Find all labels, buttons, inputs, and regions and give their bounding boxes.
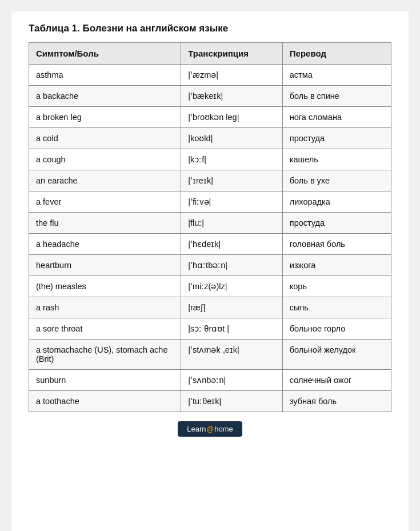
table-header-row: Симптом/Боль Транскрипция Перевод — [29, 43, 391, 65]
table-row: (the) measles|ˈmiːz(ə)lz|корь — [29, 276, 391, 297]
cell-symptom: a headache — [29, 234, 181, 255]
cell-symptom: sunburn — [29, 370, 181, 391]
table-row: a toothache|ˈtuːθeɪk|зубная боль — [29, 391, 391, 412]
cell-transcription: |kɔːf| — [181, 149, 283, 170]
cell-transcription: |ˈbrоʊkən leg| — [181, 107, 283, 128]
table-row: sunburn|ˈsʌnbəːn|солнечный ожог — [29, 370, 391, 391]
table-row: asthma|ˈæzmə|астма — [29, 65, 391, 86]
cell-transcription: |sɔː θrɑʊt | — [181, 318, 283, 340]
header-symptom: Симптом/Боль — [29, 43, 181, 65]
cell-translation: боль в спине — [282, 86, 391, 107]
cell-translation: простуда — [282, 213, 391, 234]
cell-transcription: |ˈhɛdeɪk| — [181, 234, 283, 255]
cell-symptom: a cold — [29, 128, 181, 149]
cell-translation: астма — [282, 65, 391, 86]
cell-translation: простуда — [282, 128, 391, 149]
table-row: a cold|koʊld|простуда — [29, 128, 391, 149]
cell-symptom: a rash — [29, 297, 181, 318]
cell-translation: лихорадка — [282, 191, 391, 213]
table-row: a fever|ˈfiːvə|лихорадка — [29, 191, 391, 213]
cell-translation: сыпь — [282, 297, 391, 318]
cell-transcription: |koʊld| — [181, 128, 283, 149]
footer-home: home — [214, 425, 233, 433]
page-container: Таблица 1. Болезни на английском языке С… — [11, 11, 409, 531]
page-title: Таблица 1. Болезни на английском языке — [29, 23, 391, 34]
header-translation: Перевод — [282, 43, 391, 65]
cell-translation: головная боль — [282, 234, 391, 255]
cell-transcription: |ˈhɑːtbəːn| — [181, 255, 283, 276]
table-row: a broken leg|ˈbrоʊkən leg|нога сломана — [29, 107, 391, 128]
cell-transcription: |fluː| — [181, 213, 283, 234]
cell-symptom: the flu — [29, 213, 181, 234]
cell-symptom: a fever — [29, 191, 181, 213]
diseases-table: Симптом/Боль Транскрипция Перевод asthma… — [29, 42, 391, 412]
footer: Learn @ home — [29, 421, 391, 437]
cell-transcription: |ræʃ| — [181, 297, 283, 318]
table-row: a cough|kɔːf|кашель — [29, 149, 391, 170]
cell-transcription: |ˈtuːθeɪk| — [181, 391, 283, 412]
table-row: a stomachache (US), stomach ache (Brit)|… — [29, 340, 391, 370]
cell-symptom: a backache — [29, 86, 181, 107]
table-row: heartburn|ˈhɑːtbəːn|изжога — [29, 255, 391, 276]
table-row: the flu|fluː|простуда — [29, 213, 391, 234]
cell-symptom: an earache — [29, 170, 181, 191]
cell-translation: корь — [282, 276, 391, 297]
cell-translation: нога сломана — [282, 107, 391, 128]
cell-translation: боль в ухе — [282, 170, 391, 191]
table-row: a rash|ræʃ|сыпь — [29, 297, 391, 318]
table-row: a backache|ˈbækеɪk|боль в спине — [29, 86, 391, 107]
cell-transcription: |ˈsʌnbəːn| — [181, 370, 283, 391]
table-row: an earache|ˈɪreɪk|боль в ухе — [29, 170, 391, 191]
cell-transcription: |ˈɪreɪk| — [181, 170, 283, 191]
cell-symptom: heartburn — [29, 255, 181, 276]
cell-transcription: |ˈæzmə| — [181, 65, 283, 86]
table-row: a headache|ˈhɛdeɪk|головная боль — [29, 234, 391, 255]
cell-translation: солнечный ожог — [282, 370, 391, 391]
cell-transcription: |ˈbækеɪk| — [181, 86, 283, 107]
cell-translation: больное горло — [282, 318, 391, 340]
cell-symptom: (the) measles — [29, 276, 181, 297]
cell-symptom: a cough — [29, 149, 181, 170]
footer-badge: Learn @ home — [178, 421, 242, 437]
table-row: a sore throat|sɔː θrɑʊt |больное горло — [29, 318, 391, 340]
cell-transcription: |ˈstʌmək ˌeɪk| — [181, 340, 283, 370]
cell-translation: кашель — [282, 149, 391, 170]
footer-learn: Learn — [187, 425, 206, 433]
cell-translation: больной желудок — [282, 340, 391, 370]
cell-translation: изжога — [282, 255, 391, 276]
cell-symptom: a broken leg — [29, 107, 181, 128]
cell-translation: зубная боль — [282, 391, 391, 412]
cell-symptom: asthma — [29, 65, 181, 86]
footer-at: @ — [207, 425, 214, 433]
header-transcription: Транскрипция — [181, 43, 283, 65]
cell-transcription: |ˈfiːvə| — [181, 191, 283, 213]
cell-symptom: a sore throat — [29, 318, 181, 340]
cell-symptom: a stomachache (US), stomach ache (Brit) — [29, 340, 181, 370]
cell-symptom: a toothache — [29, 391, 181, 412]
cell-transcription: |ˈmiːz(ə)lz| — [181, 276, 283, 297]
